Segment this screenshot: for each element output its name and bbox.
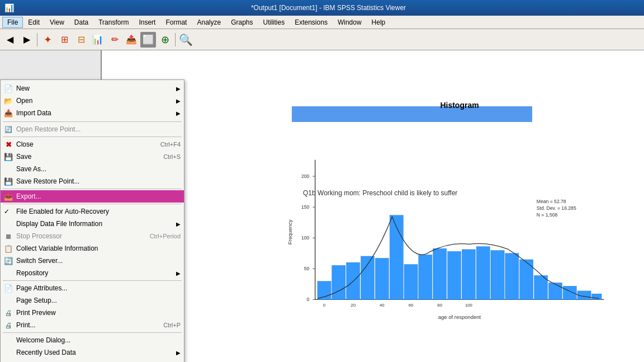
toolbar-chart[interactable]: 📊 — [90, 32, 106, 48]
recent-files-icon — [3, 359, 14, 362]
repository-icon — [3, 267, 14, 279]
toolbar-search[interactable]: 🔍 — [178, 32, 193, 48]
menu-stop-processor[interactable]: ⏹ Stop Processor Ctrl+Period — [1, 230, 184, 242]
toolbar-star[interactable]: ✦ — [40, 32, 55, 48]
histogram-title: Histogram — [286, 101, 633, 110]
toolbar-pivot[interactable]: ✏ — [107, 32, 122, 48]
page-setup-icon — [3, 295, 14, 306]
file-menu-dropdown: 📄 New ▶ 📂 Open ▶ 📥 Import Data ▶ � — [0, 79, 184, 362]
menu-edit[interactable]: Edit — [23, 17, 45, 28]
svg-text:60: 60 — [409, 303, 414, 308]
svg-text:100: 100 — [301, 235, 310, 241]
menu-section-1: 📄 New ▶ 📂 Open ▶ 📥 Import Data ▶ — [1, 81, 184, 120]
svg-rect-18 — [390, 215, 403, 300]
menu-save-as[interactable]: Save As... — [1, 163, 184, 175]
toolbar-grid[interactable]: ⊞ — [56, 32, 72, 48]
restore-icon: 🔄 — [3, 124, 14, 135]
sep3 — [3, 189, 182, 189]
toolbar-forward[interactable]: ▶ — [19, 32, 35, 48]
svg-text:0: 0 — [323, 303, 325, 308]
menu-view[interactable]: View — [45, 17, 69, 28]
svg-text:50: 50 — [304, 266, 310, 271]
menu-recently-used-files[interactable]: Recently Used Files ▶ — [1, 359, 184, 362]
title-bar: 📊 *Output1 [Document1] - IBM SPSS Statis… — [0, 0, 644, 16]
server-icon: 🔄 — [3, 255, 14, 266]
svg-rect-30 — [563, 286, 576, 299]
save-restore-icon: 💾 — [3, 176, 14, 187]
menu-close[interactable]: ✖ Close Ctrl+F4 — [1, 138, 184, 151]
menu-transform[interactable]: Transform — [93, 17, 134, 28]
menu-page-attributes[interactable]: 📄 Page Attributes... — [1, 282, 184, 294]
export-icon: 📤 — [3, 191, 14, 202]
menu-analyze[interactable]: Analyze — [192, 17, 226, 28]
toolbar-plus-circle[interactable]: ⊕ — [157, 32, 173, 48]
menu-collect-variable[interactable]: 📋 Collect Variable Information — [1, 242, 184, 255]
toolbar-gray[interactable]: ⬜ — [140, 32, 156, 48]
open-icon: 📂 — [3, 95, 14, 106]
sep2 — [3, 137, 182, 137]
submenu-arrow: ▶ — [176, 98, 181, 104]
menu-display-data-info[interactable]: Display Data File Information ▶ — [1, 218, 184, 230]
svg-rect-19 — [404, 265, 418, 300]
svg-rect-32 — [592, 294, 602, 299]
svg-rect-23 — [462, 250, 475, 300]
sep6 — [3, 332, 182, 333]
new-icon: 📄 — [3, 83, 14, 94]
file-menu-overlay: 📄 New ▶ 📂 Open ▶ 📥 Import Data ▶ � — [0, 79, 184, 362]
svg-text:Std. Dev. = 16.285: Std. Dev. = 16.285 — [537, 205, 576, 211]
toolbar-table[interactable]: ⊟ — [73, 32, 89, 48]
menu-open-restore[interactable]: 🔄 Open Restore Point... — [1, 123, 184, 135]
menu-open[interactable]: 📂 Open ▶ — [1, 95, 184, 107]
menu-welcome-dialog[interactable]: Welcome Dialog... — [1, 334, 184, 346]
svg-text:20: 20 — [351, 303, 356, 308]
toolbar-export[interactable]: 📤 — [124, 32, 139, 48]
svg-rect-16 — [361, 256, 374, 300]
svg-text:Frequency: Frequency — [287, 219, 293, 245]
print-preview-icon: 🖨 — [3, 307, 14, 318]
menu-save[interactable]: 💾 Save Ctrl+S — [1, 151, 184, 163]
submenu-arrow: ▶ — [176, 350, 181, 356]
menu-import-data[interactable]: 📥 Import Data ▶ — [1, 107, 184, 119]
sep4 — [3, 204, 182, 204]
sep5 — [3, 280, 182, 281]
menu-help[interactable]: Help — [367, 17, 391, 28]
menu-page-setup[interactable]: Page Setup... — [1, 294, 184, 307]
svg-rect-21 — [433, 248, 447, 299]
data-info-icon — [3, 218, 14, 229]
toolbar: ◀ ▶ ✦ ⊞ ⊟ 📊 ✏ 📤 ⬜ ⊕ 🔍 — [0, 29, 644, 50]
menu-format[interactable]: Format — [160, 17, 192, 28]
svg-rect-29 — [548, 283, 562, 299]
menu-print[interactable]: 🖨 Print... Ctrl+P — [1, 319, 184, 331]
menu-bar: File Edit View Data Transform Insert For… — [0, 16, 644, 29]
submenu-arrow: ▶ — [176, 270, 181, 276]
svg-text:40: 40 — [380, 303, 385, 308]
menu-file[interactable]: File — [2, 17, 23, 28]
svg-text:80: 80 — [437, 303, 442, 308]
menu-save-restore[interactable]: 💾 Save Restore Point... — [1, 175, 184, 187]
menu-insert[interactable]: Insert — [134, 17, 160, 28]
menu-utilities[interactable]: Utilities — [258, 17, 290, 28]
menu-print-preview[interactable]: 🖨 Print Preview — [1, 307, 184, 319]
close-icon: ✖ — [3, 139, 14, 150]
histogram-svg: 0 50 100 150 200 Frequency — [286, 112, 633, 362]
svg-text:150: 150 — [301, 204, 310, 210]
menu-new[interactable]: 📄 New ▶ — [1, 82, 184, 95]
svg-text:200: 200 — [301, 173, 310, 179]
menu-recently-used-data[interactable]: Recently Used Data ▶ — [1, 346, 184, 359]
toolbar-back[interactable]: ◀ — [2, 32, 18, 48]
menu-graphs[interactable]: Graphs — [226, 17, 258, 28]
menu-export[interactable]: 📤 Export... — [1, 190, 184, 203]
svg-rect-17 — [375, 258, 389, 299]
menu-extensions[interactable]: Extensions — [290, 17, 333, 28]
menu-auto-recovery[interactable]: ✓ File Enabled for Auto-Recovery — [1, 205, 184, 218]
svg-text:N = 1,508: N = 1,508 — [537, 212, 558, 218]
save-icon: 💾 — [3, 151, 14, 162]
svg-text:Mean = 52.78: Mean = 52.78 — [537, 199, 566, 204]
menu-window[interactable]: Window — [333, 17, 367, 28]
svg-rect-14 — [332, 265, 345, 299]
stop-icon: ⏹ — [3, 231, 14, 242]
menu-switch-server[interactable]: 🔄 Switch Server... — [1, 255, 184, 267]
menu-data[interactable]: Data — [69, 17, 93, 28]
menu-repository[interactable]: Repository ▶ — [1, 267, 184, 279]
window-title: *Output1 [Document1] - IBM SPSS Statisti… — [17, 4, 640, 12]
